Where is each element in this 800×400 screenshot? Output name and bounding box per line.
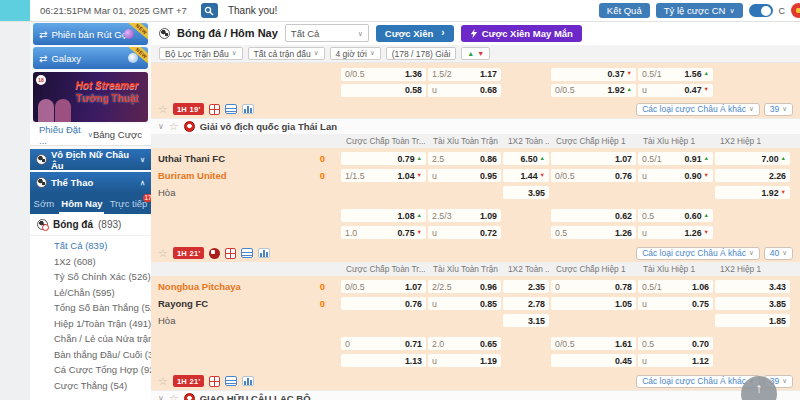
tab-live[interactable]: Trực tiếp 171 (108, 193, 150, 214)
odds-cell[interactable]: u0.75 (638, 297, 713, 310)
tab-today[interactable]: Hôm Nay (59, 193, 104, 214)
odds-cell[interactable]: 0.58 (341, 84, 426, 97)
odds-cell[interactable]: 7.00▲ (715, 152, 790, 165)
odds-cell[interactable]: 2.00.65 (428, 337, 501, 350)
favorite-star-icon[interactable]: ☆ (158, 376, 168, 387)
odds-cell[interactable]: u1.19 (428, 354, 501, 367)
filter-dropdown[interactable]: 4 giờ tới∨ (330, 47, 381, 60)
chart-icon[interactable] (258, 248, 270, 258)
grid-icon[interactable] (209, 376, 220, 387)
layers-icon[interactable] (225, 376, 237, 386)
odds-cell[interactable]: 1.44▼ (503, 169, 549, 182)
odds-toggle[interactable] (749, 4, 773, 17)
odds-cell[interactable]: 1.05 (551, 297, 636, 310)
odds-cell[interactable]: u0.47▼ (638, 84, 713, 97)
filter-dropdown[interactable]: (178 / 178) Giải (386, 47, 457, 60)
odds-cell[interactable]: 3.15 (503, 314, 549, 327)
bet-count-dropdown[interactable]: 39∨ (764, 103, 793, 116)
promo-banner[interactable]: 18 Hot Streamer Tưởng Thuật (33, 72, 148, 122)
sidebar-item-t-t-c-[interactable]: Tất Cả (839) (30, 238, 151, 254)
odds-cell[interactable]: u1.12 (638, 354, 713, 367)
other-bets-dropdown[interactable]: Các loại cược Châu Á khác∨ (636, 375, 760, 388)
odds-cell[interactable]: u0.90▼ (638, 169, 713, 182)
tab-early[interactable]: Sớm (32, 193, 56, 214)
odds-cell[interactable]: 0/0.50.76 (551, 169, 636, 182)
odds-cell[interactable]: 1.08▲ (341, 209, 426, 222)
layers-icon[interactable] (225, 104, 237, 114)
sidebar-item-t-ng-s-b-n-th-ng[interactable]: Tổng Số Bàn Thắng (524) (30, 300, 151, 316)
corner-icon[interactable] (209, 248, 220, 259)
odds-cell[interactable]: 0.76 (341, 297, 426, 310)
odds-cell[interactable]: 1/1.51.04▼ (341, 169, 426, 182)
odds-cell[interactable]: 00.78 (551, 280, 636, 293)
odds-cell[interactable]: 1.07 (551, 152, 636, 165)
odds-cell[interactable]: 0/0.51.07 (341, 280, 426, 293)
filter-dropdown[interactable]: Bộ Lọc Trận Đấu∨ (159, 47, 243, 60)
odds-cell[interactable]: 0.5/11.06 (638, 280, 713, 293)
favorite-star-icon[interactable]: ☆ (169, 393, 179, 400)
odds-cell[interactable]: 0.51.26 (551, 226, 636, 239)
odds-cell[interactable]: 3.85 (715, 297, 790, 310)
filter-dropdown[interactable]: Tất cả trận đấu∨ (248, 47, 325, 60)
layers-icon[interactable] (241, 248, 253, 258)
other-bets-dropdown[interactable]: Các loại cược Châu Á khác∨ (636, 247, 760, 260)
odds-cell[interactable]: 2.26 (715, 169, 790, 182)
odds-type-button[interactable]: Tỷ lệ cược CN ∨ (656, 3, 743, 18)
version-switch-button[interactable]: ⇄ Phiên bản Rút Gọn NEW (33, 23, 148, 45)
odds-cell[interactable]: 0/0.51.61 (551, 337, 636, 350)
favorite-star-icon[interactable]: ☆ (158, 248, 168, 259)
odds-cell[interactable]: 3.43 (715, 280, 790, 293)
odds-cell[interactable]: 0.50.70 (638, 337, 713, 350)
odds-cell[interactable]: 2.35 (503, 280, 549, 293)
sort-control[interactable]: ▲ ▼ (461, 47, 490, 60)
favorite-star-icon[interactable]: ☆ (169, 121, 179, 132)
grid-icon[interactable] (209, 104, 220, 115)
tab-bet-board[interactable]: Bảng Cược (93, 129, 151, 140)
odds-cell[interactable]: 0.45 (551, 354, 636, 367)
odds-cell[interactable]: 1.13 (341, 354, 426, 367)
flag-icon[interactable] (791, 3, 800, 18)
odds-cell[interactable]: 1.92▼ (715, 186, 790, 199)
odds-cell[interactable]: 0.79▲ (341, 152, 426, 165)
odds-cell[interactable]: u0.68 (428, 84, 501, 97)
sidebar-item-l-ch-n[interactable]: Lẻ/Chẵn (595) (30, 285, 151, 301)
sidebar-section-euro[interactable]: Vô Địch Nữ Châu Âu ∨ (30, 149, 151, 170)
other-bets-dropdown[interactable]: Các loại cược Châu Á khác∨ (636, 103, 760, 116)
parlay-button[interactable]: Cược Xiên › (376, 25, 454, 42)
odds-cell[interactable]: u0.85 (428, 297, 501, 310)
chart-icon[interactable] (242, 104, 254, 114)
odds-cell[interactable]: 2.50.86 (428, 152, 501, 165)
odds-cell[interactable]: 0.62 (551, 209, 636, 222)
tab-bet-ticket[interactable]: Phiếu Đặt ... ∨ (30, 124, 93, 146)
odds-cell[interactable]: 0/0.51.36 (341, 68, 426, 81)
favorite-star-icon[interactable]: ☆ (158, 104, 168, 115)
odds-cell[interactable]: 0.37▼ (551, 68, 636, 81)
chart-icon[interactable] (242, 376, 254, 386)
sidebar-item-b-n-th-ng-u-cu-i[interactable]: Bàn thắng Đầu/ Cuối (380) (30, 347, 151, 363)
league-select[interactable]: Tất Cả ∨ (285, 24, 369, 42)
sidebar-item-c-c-th-ng[interactable]: Cược Thắng (54) (30, 378, 151, 394)
odds-cell[interactable]: 2.78 (503, 297, 549, 310)
odds-cell[interactable]: 6.50▲ (503, 152, 549, 165)
galaxy-button[interactable]: ⇄ Galaxy NEW (33, 47, 148, 69)
sidebar-item-ch-n-l-c-a-n-a-tr-n-[interactable]: Chẵn / Lẻ của Nửa trận/... (482) (30, 331, 151, 347)
odds-cell[interactable]: 2/2.50.96 (428, 280, 501, 293)
odds-cell[interactable]: u0.95 (428, 169, 501, 182)
odds-cell[interactable]: 0/0.51.92▲ (551, 84, 636, 97)
odds-cell[interactable]: 1.85 (715, 314, 790, 327)
odds-cell[interactable]: 1.00.75▼ (341, 226, 426, 239)
odds-cell[interactable]: 1.5/21.17 (428, 68, 501, 81)
sidebar-item-c-c-c-t-ng-h-p[interactable]: Cá Cược Tổng Hợp (922) (30, 362, 151, 378)
sidebar-item-football[interactable]: Bóng đá (893) (30, 214, 151, 236)
odds-cell[interactable]: 0.50.60▲ (638, 209, 713, 222)
bet-count-dropdown[interactable]: 40∨ (764, 247, 793, 260)
odds-cell[interactable]: 00.71 (341, 337, 426, 350)
collapse-chevron-icon[interactable]: ∨ (158, 395, 164, 400)
sidebar-section-sports[interactable]: Thể Thao ∧ (30, 172, 151, 193)
collapse-chevron-icon[interactable]: ∨ (158, 123, 164, 131)
odds-cell[interactable]: u0.72 (428, 226, 501, 239)
odds-cell[interactable]: 0.5/10.91▲ (638, 152, 713, 165)
sidebar-item-t-s-ch-nh-x-c[interactable]: Tỷ Số Chính Xác (526) (30, 269, 151, 285)
grid-icon[interactable] (225, 248, 236, 259)
odds-cell[interactable]: 0.5/11.56▲ (638, 68, 713, 81)
